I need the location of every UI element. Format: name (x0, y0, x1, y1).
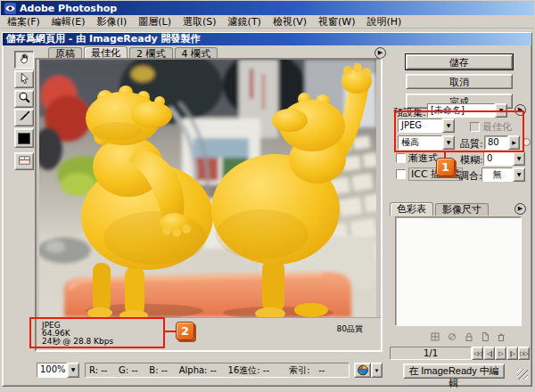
zoom-level-value: 100% (37, 363, 67, 378)
photoshop-window: Adobe Photoshop 檔案(F) 編輯(E) 影像(I) 圖層(L) … (0, 0, 535, 392)
next-frame-button[interactable]: |▷ (506, 347, 518, 360)
first-frame-button[interactable]: ◁◁ (472, 347, 483, 360)
edit-in-imageready-button[interactable]: 在 ImageReady 中編輯 (403, 363, 505, 379)
preview-in-browser-button[interactable] (354, 363, 371, 378)
menu-window[interactable]: 視窗(W) (318, 15, 355, 29)
browser-globe-icon (357, 365, 369, 379)
menu-file[interactable]: 檔案(F) (7, 15, 40, 29)
quality-slider-popup-button[interactable]: ▶ (508, 135, 520, 150)
menu-edit[interactable]: 編輯(E) (52, 15, 86, 29)
preview-download-time: 24秒 @ 28.8 Kbps (42, 338, 113, 346)
eyedropper-tool-button[interactable] (14, 109, 34, 127)
play-button[interactable]: ▷ (495, 347, 506, 360)
checkbox-icon (396, 153, 406, 163)
menu-help[interactable]: 說明(H) (366, 15, 401, 29)
annotation-badge-2: 2 (176, 322, 194, 340)
resize-grip[interactable] (517, 369, 528, 380)
preview-pane: JPEG 64.96K 24秒 @ 28.8 Kbps 80品質 (35, 58, 383, 352)
optimize-flyout-menu-button[interactable]: ▶ (514, 104, 526, 116)
app-titlebar[interactable]: Adobe Photoshop (1, 1, 534, 15)
dialog-title: 儲存爲網頁用 - 由 ImageReady 開發製作 (6, 33, 201, 45)
menu-filter[interactable]: 濾鏡(T) (228, 15, 261, 29)
zoom-tool-button[interactable] (14, 90, 34, 108)
play-icon: ▷ (498, 350, 502, 356)
matte-select[interactable]: 無 ▼ (482, 167, 525, 182)
tab-image-size[interactable]: 影像尺寸 (435, 203, 489, 216)
dropdown-arrow-icon: ▼ (67, 363, 79, 378)
quality-label: 品質: (460, 137, 483, 151)
checkbox-icon (470, 122, 480, 132)
trash-icon[interactable] (496, 331, 506, 345)
eyedropper-icon (18, 110, 31, 126)
preset-value: [未命名] (427, 103, 495, 118)
compression-value: 極高 (398, 135, 442, 150)
preset-select[interactable]: [未命名] ▼ (427, 103, 507, 118)
new-color-icon[interactable] (480, 331, 490, 345)
quality-value: 80 (488, 137, 499, 147)
menu-view[interactable]: 檢視(V) (273, 15, 307, 29)
frame-counter: 1/1 (390, 347, 472, 360)
toggle-slices-visibility-button[interactable] (14, 152, 34, 170)
flyout-arrow-icon: ▶ (518, 106, 523, 113)
app-menubar: 檔案(F) 編輯(E) 影像(I) 圖層(L) 選取(S) 濾鏡(T) 檢視(V… (1, 15, 534, 29)
previous-frame-icon: ◁| (487, 350, 491, 356)
blur-select[interactable]: 0 ▼ (483, 151, 525, 166)
color-swatch-black (18, 133, 30, 144)
dropdown-arrow-icon: ▼ (513, 167, 525, 182)
flyout-arrow-icon: ▶ (378, 49, 383, 56)
cancel-button[interactable]: 取消 (406, 74, 513, 89)
color-table-flyout-menu-button[interactable]: ▶ (514, 203, 526, 215)
optimized-label: 最佳化 (482, 121, 512, 133)
quality-value-box[interactable]: 80 (484, 135, 508, 150)
panel-tabs: 色彩表影像尺寸 (390, 202, 490, 216)
hand-tool-button[interactable] (14, 51, 34, 69)
tab-color-table[interactable]: 色彩表 (390, 202, 433, 216)
optimized-checkbox[interactable]: 最佳化 (470, 120, 512, 134)
app-title: Adobe Photoshop (20, 3, 117, 14)
photoshop-app-icon (4, 3, 16, 14)
selected-colors-icon[interactable] (430, 331, 440, 345)
save-button[interactable]: 儲存 (406, 54, 513, 69)
progressive-label: 漸進式 (408, 152, 438, 164)
blur-label: 模糊: (460, 153, 483, 167)
dropdown-arrow-icon: ▼ (513, 151, 525, 166)
dropdown-arrow-icon: ▼ (442, 135, 455, 150)
color-readout-bar: R: -- G: -- B: -- Alpha: -- 16進位: -- 索引:… (85, 363, 350, 378)
compression-select[interactable]: 極高 ▼ (398, 135, 455, 150)
slice-select-tool-button[interactable] (14, 70, 34, 88)
menu-layer[interactable]: 圖層(L) (138, 15, 171, 29)
next-frame-icon: |▷ (510, 350, 514, 356)
optimized-preview-image[interactable] (39, 60, 376, 317)
menu-select[interactable]: 選取(S) (183, 15, 217, 29)
color-table-area (395, 216, 522, 326)
slices-visibility-icon (18, 153, 31, 169)
lock-color-icon[interactable] (464, 331, 474, 345)
checkbox-icon (396, 169, 406, 179)
web-shift-icon[interactable] (447, 331, 457, 345)
first-frame-icon: ◁◁ (473, 350, 482, 356)
magnifier-icon (18, 91, 31, 107)
slice-select-icon (18, 71, 31, 87)
progressive-checkbox[interactable]: 漸進式 (396, 151, 438, 165)
browser-select-arrow-button[interactable]: ▼ (371, 363, 383, 378)
menu-image[interactable]: 影像(I) (96, 15, 127, 29)
previous-frame-button[interactable]: ◁| (483, 347, 495, 360)
blur-value: 0 (483, 151, 513, 166)
eyedropper-color-swatch[interactable] (14, 128, 34, 148)
quality-channel-icon[interactable] (522, 137, 531, 150)
annotation-badge-1: 1 (436, 158, 455, 176)
save-for-web-dialog: 儲存爲網頁用 - 由 ImageReady 開發製作 原稿最佳化2 欄式4 欄式… (2, 32, 532, 387)
color-readout-text: R: -- G: -- B: -- Alpha: -- 16進位: -- 索引:… (89, 365, 325, 375)
dropdown-arrow-icon: ▼ (495, 103, 507, 118)
preset-label: 預設集: (393, 106, 426, 119)
dialog-titlebar[interactable]: 儲存爲網頁用 - 由 ImageReady 開發製作 (3, 33, 531, 45)
format-select[interactable]: JPEG ▼ (398, 118, 455, 133)
dropdown-arrow-icon: ▼ (374, 368, 380, 373)
last-frame-icon: ▷▷ (520, 350, 528, 356)
dropdown-arrow-icon: ▼ (442, 118, 455, 133)
zoom-level-select[interactable]: 100% ▼ (37, 363, 79, 378)
last-frame-button[interactable]: ▷▷ (518, 347, 530, 360)
preview-status-strip: JPEG 64.96K 24秒 @ 28.8 Kbps 80品質 (37, 317, 381, 350)
flyout-arrow-icon: ▶ (518, 205, 523, 212)
hand-icon (18, 52, 31, 68)
